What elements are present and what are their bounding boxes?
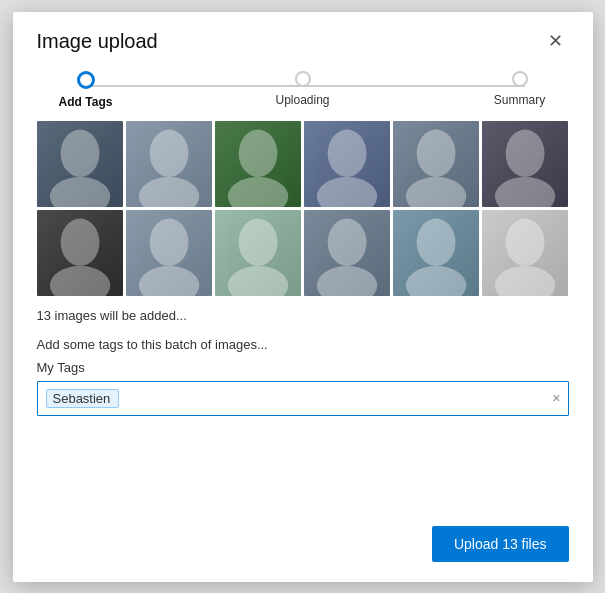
svg-point-23 (495, 266, 555, 296)
thumbnail-10 (304, 210, 390, 296)
svg-point-18 (328, 218, 367, 265)
thumbnail-3 (215, 121, 301, 207)
step-dot-uploading (295, 71, 311, 87)
close-button[interactable]: ✕ (542, 30, 569, 52)
image-upload-dialog: Image upload ✕ Add Tags Uploading Summar… (13, 12, 593, 582)
svg-point-10 (506, 129, 545, 176)
tag-chip-text: Sebastien (53, 391, 111, 406)
dialog-footer: Upload 13 files (13, 506, 593, 582)
svg-point-14 (149, 218, 188, 265)
step-add-tags: Add Tags (41, 71, 131, 109)
svg-point-3 (139, 177, 199, 207)
image-count-text: 13 images will be added... (13, 300, 593, 325)
progress-track: Add Tags Uploading Summary (13, 63, 593, 113)
tags-section: Add some tags to this batch of images...… (13, 325, 593, 416)
thumbnail-6 (482, 121, 568, 207)
svg-point-7 (317, 177, 377, 207)
dialog-title: Image upload (37, 30, 158, 53)
svg-point-20 (417, 218, 456, 265)
thumbnail-12 (482, 210, 568, 296)
image-grid-section (13, 113, 593, 300)
svg-point-15 (139, 266, 199, 296)
step-dot-add-tags (77, 71, 95, 89)
step-label-uploading: Uploading (275, 93, 329, 107)
thumbnail-2 (126, 121, 212, 207)
svg-point-8 (417, 129, 456, 176)
svg-point-19 (317, 266, 377, 296)
thumbnail-11 (393, 210, 479, 296)
step-label-summary: Summary (494, 93, 545, 107)
svg-point-21 (406, 266, 466, 296)
thumbnail-1 (37, 121, 123, 207)
tags-instruction: Add some tags to this batch of images... (37, 337, 569, 352)
svg-point-11 (495, 177, 555, 207)
thumbnail-4 (304, 121, 390, 207)
svg-point-1 (49, 177, 109, 207)
image-grid (37, 121, 569, 296)
thumbnail-8 (126, 210, 212, 296)
tag-chip-sebastien: Sebastien (46, 389, 120, 408)
svg-point-5 (228, 177, 288, 207)
svg-point-12 (60, 218, 99, 265)
svg-point-2 (149, 129, 188, 176)
thumbnail-9 (215, 210, 301, 296)
svg-point-22 (506, 218, 545, 265)
dialog-header: Image upload ✕ (13, 12, 593, 63)
progress-steps: Add Tags Uploading Summary (41, 71, 565, 109)
thumbnail-7 (37, 210, 123, 296)
svg-point-9 (406, 177, 466, 207)
svg-point-0 (60, 129, 99, 176)
upload-button[interactable]: Upload 13 files (432, 526, 569, 562)
my-tags-label: My Tags (37, 360, 569, 375)
step-dot-summary (512, 71, 528, 87)
svg-point-6 (328, 129, 367, 176)
step-label-add-tags: Add Tags (59, 95, 113, 109)
svg-point-13 (49, 266, 109, 296)
tag-input-wrapper: Sebastien × (37, 381, 569, 416)
step-uploading: Uploading (258, 71, 348, 107)
svg-point-16 (239, 218, 278, 265)
step-summary: Summary (475, 71, 565, 107)
tag-input-field[interactable]: Sebastien (37, 381, 569, 416)
thumbnail-5 (393, 121, 479, 207)
svg-point-4 (239, 129, 278, 176)
tag-clear-button[interactable]: × (552, 391, 560, 405)
svg-point-17 (228, 266, 288, 296)
